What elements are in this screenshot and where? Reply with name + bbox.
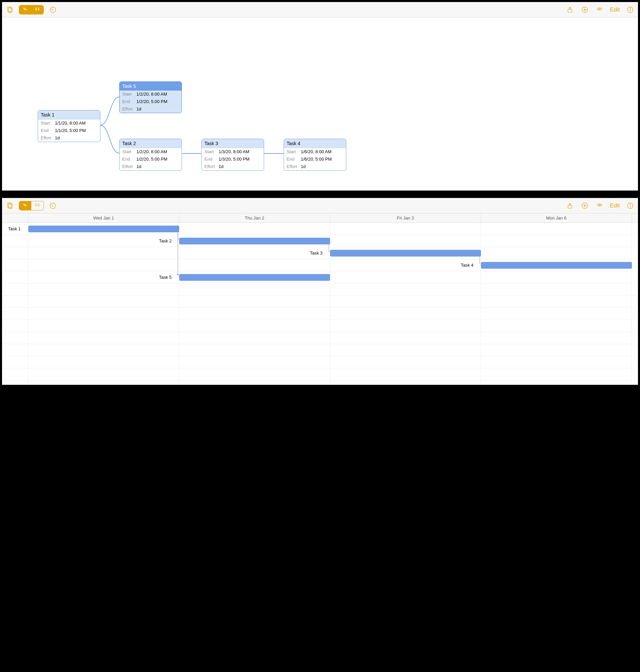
edit-button[interactable]: Edit (610, 6, 620, 13)
svg-rect-18 (23, 204, 26, 204)
svg-rect-4 (35, 8, 37, 9)
svg-point-24 (50, 203, 56, 208)
task-card-5[interactable]: Task 5 Start1/2/20, 8:00 AM End1/2/20, 5… (119, 81, 182, 113)
svg-point-13 (630, 8, 630, 9)
svg-rect-16 (8, 203, 12, 207)
effort-label: Effort (122, 106, 136, 112)
start-label: Start (287, 149, 301, 155)
task-card-1[interactable]: Task 1 Start1/1/20, 8:00 AM End1/1/20, 5… (38, 110, 100, 142)
documents-icon[interactable] (5, 5, 14, 14)
svg-point-11 (599, 8, 600, 10)
view-mode-segmented[interactable] (19, 201, 44, 210)
effort-value: 1d (219, 164, 223, 170)
gantt-col-header: Wed Jan 1 (28, 213, 179, 223)
gantt-bar[interactable] (481, 262, 632, 269)
gantt-header: Wed Jan 1 Thu Jan 2 Fri Jan 3 Mon Jan 6 (2, 213, 638, 223)
share-icon[interactable] (566, 5, 574, 14)
effort-value: 1d (136, 106, 141, 112)
start-value: 1/3/20, 8:00 AM (219, 149, 249, 155)
end-label: End (122, 156, 136, 162)
svg-point-27 (599, 204, 600, 206)
gantt-row-label: Task 5 (159, 275, 172, 280)
end-label: End (122, 99, 136, 105)
gantt-row-label: Task 3 (310, 251, 323, 255)
end-value: 1/3/20, 5:00 PM (219, 156, 250, 162)
svg-rect-23 (38, 205, 39, 206)
svg-rect-2 (23, 8, 26, 9)
start-label: Start (204, 149, 219, 155)
network-view-segment[interactable] (31, 201, 43, 210)
task-title: Task 2 (120, 139, 181, 148)
gantt-row-label: Task 1 (8, 226, 21, 231)
toolbar: Edit (2, 198, 638, 213)
network-view-segment[interactable] (31, 5, 43, 14)
gantt-view-segment[interactable] (19, 201, 31, 210)
svg-rect-19 (24, 205, 27, 206)
gantt-bar[interactable] (330, 250, 481, 256)
effort-label: Effort (204, 164, 219, 170)
end-value: 1/2/20, 5:00 PM (136, 99, 168, 105)
end-value: 1/6/20, 5:00 PM (301, 156, 332, 162)
start-label: Start (41, 120, 55, 126)
svg-rect-3 (24, 9, 27, 10)
end-label: End (204, 156, 219, 162)
eye-icon[interactable] (595, 201, 604, 210)
svg-point-8 (50, 7, 56, 13)
end-label: End (41, 128, 55, 134)
info-icon[interactable] (626, 201, 635, 210)
task-card-2[interactable]: Task 2 Start1/2/20, 8:00 AM End1/2/20, 5… (119, 139, 182, 171)
svg-marker-33 (177, 274, 179, 276)
effort-value: 1d (55, 135, 60, 141)
gantt-row-label: Task 2 (159, 238, 172, 243)
effort-value: 1d (301, 164, 306, 170)
gantt-canvas[interactable]: Task 1Task 2Task 3Task 4Task 5 (2, 223, 638, 385)
gantt-row-label: Task 4 (461, 263, 474, 268)
add-icon[interactable] (580, 5, 589, 14)
toolbar: Edit (2, 2, 638, 17)
start-value: 1/2/20, 8:00 AM (136, 91, 167, 97)
svg-rect-1 (9, 8, 12, 13)
gantt-dependency-lines (2, 223, 638, 385)
eye-icon[interactable] (595, 5, 604, 14)
svg-rect-21 (35, 205, 37, 206)
gantt-view-window: Edit Wed Jan 1 Thu Jan 2 Fri Jan 3 Mon J… (2, 198, 638, 385)
edit-button[interactable]: Edit (610, 202, 620, 209)
undo-icon[interactable] (48, 201, 57, 210)
svg-rect-7 (38, 9, 39, 10)
svg-rect-6 (38, 8, 39, 9)
task-title: Task 5 (120, 82, 181, 91)
network-view-window: Edit Task 1 Start1/1/20, 8:00 AM End1/1/… (2, 2, 638, 191)
task-title: Task 3 (202, 139, 264, 148)
svg-rect-5 (35, 9, 37, 10)
share-icon[interactable] (566, 201, 574, 210)
gantt-view-segment[interactable] (19, 5, 31, 14)
start-label: Start (122, 149, 136, 155)
documents-icon[interactable] (5, 201, 14, 210)
task-title: Task 1 (38, 110, 100, 120)
effort-label: Effort (41, 135, 55, 141)
svg-point-29 (630, 204, 630, 204)
gantt-col-header: Fri Jan 3 (330, 213, 481, 223)
undo-icon[interactable] (48, 5, 57, 14)
info-icon[interactable] (626, 5, 635, 14)
effort-value: 1d (136, 164, 141, 170)
gantt-bar[interactable] (179, 274, 330, 281)
svg-rect-17 (9, 204, 12, 208)
task-card-3[interactable]: Task 3 Start1/3/20, 8:00 AM End1/3/20, 5… (201, 139, 264, 171)
gantt-col-header: Thu Jan 2 (179, 213, 330, 223)
start-value: 1/2/20, 8:00 AM (136, 149, 167, 155)
network-canvas[interactable]: Task 1 Start1/1/20, 8:00 AM End1/1/20, 5… (2, 17, 638, 203)
add-icon[interactable] (580, 201, 589, 210)
view-mode-segmented[interactable] (19, 5, 44, 14)
effort-label: Effort (287, 164, 301, 170)
end-value: 1/2/20, 5:00 PM (136, 156, 168, 162)
gantt-col-header: Mon Jan 6 (481, 213, 632, 223)
start-value: 1/6/20, 8:00 AM (301, 149, 332, 155)
task-title: Task 4 (284, 139, 346, 148)
svg-rect-20 (35, 204, 37, 205)
start-value: 1/1/20, 8:00 AM (55, 120, 86, 126)
gantt-bar[interactable] (28, 226, 179, 232)
task-card-4[interactable]: Task 4 Start1/6/20, 8:00 AM End1/6/20, 5… (283, 139, 346, 171)
gantt-bar[interactable] (179, 238, 330, 244)
start-label: Start (122, 91, 136, 97)
